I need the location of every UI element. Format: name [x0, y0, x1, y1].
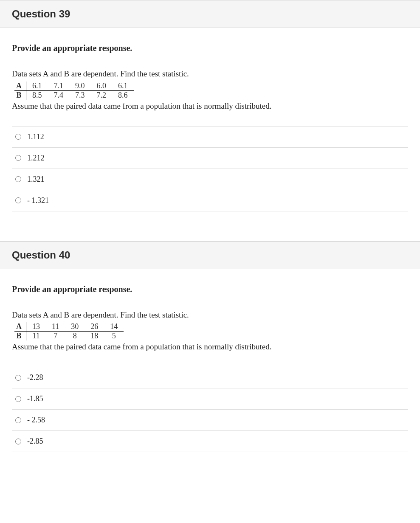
- cell: 26: [85, 322, 104, 332]
- radio-input[interactable]: [15, 439, 21, 444]
- cell: 8.6: [112, 90, 134, 100]
- data-table: A 13 11 30 26 14 B 11 7 8 18 5: [14, 322, 124, 340]
- radio-input[interactable]: [15, 155, 21, 161]
- cell: 11: [26, 332, 46, 341]
- radio-input[interactable]: [15, 197, 21, 203]
- answer-option[interactable]: 1.321: [12, 169, 408, 190]
- cell: 14: [104, 322, 124, 332]
- option-label: -2.28: [27, 373, 43, 382]
- cell: 8: [65, 332, 85, 341]
- radio-input[interactable]: [15, 134, 21, 140]
- radio-input[interactable]: [15, 375, 21, 381]
- prompt-text: Data sets A and B are dependent. Find th…: [12, 309, 408, 321]
- table-row-b: B 11 7 8 18 5: [14, 332, 124, 341]
- option-label: 1.212: [27, 154, 45, 163]
- cell: 7.1: [48, 82, 70, 91]
- assumption-text: Assume that the paired data came from a …: [12, 101, 408, 111]
- table-row-a: A 13 11 30 26 14: [14, 322, 124, 332]
- question-title: Question 40: [12, 249, 408, 261]
- assumption-text: Assume that the paired data came from a …: [12, 342, 408, 351]
- radio-input[interactable]: [15, 396, 21, 402]
- cell: 6.1: [112, 82, 134, 91]
- cell: 13: [26, 322, 46, 332]
- radio-input[interactable]: [15, 176, 21, 182]
- option-label: -2.85: [27, 437, 43, 446]
- answer-option[interactable]: 1.212: [12, 147, 408, 169]
- answer-option[interactable]: 1.112: [12, 126, 408, 147]
- question-header: Question 40: [0, 241, 420, 269]
- radio-input[interactable]: [15, 417, 21, 423]
- option-label: -1.85: [27, 394, 43, 403]
- cell: 6.1: [26, 82, 48, 91]
- data-table: A 6.1 7.1 9.0 6.0 6.1 B 8.5 7.4 7.3 7.2 …: [14, 82, 134, 100]
- cell: 7: [46, 332, 65, 341]
- answer-option[interactable]: - 2.58: [12, 409, 408, 430]
- cell: 7.3: [69, 90, 91, 100]
- cell: 7.4: [48, 90, 70, 100]
- instruction-text: Provide an appropriate response.: [12, 43, 408, 53]
- cell: 30: [65, 322, 85, 332]
- table-row-b: B 8.5 7.4 7.3 7.2 8.6: [14, 90, 134, 100]
- answer-option[interactable]: - 1.321: [12, 190, 408, 211]
- cell: 8.5: [26, 90, 48, 100]
- option-label: 1.112: [27, 132, 44, 141]
- cell: 7.2: [91, 90, 113, 100]
- question-39: Question 39 Provide an appropriate respo…: [0, 0, 420, 216]
- option-label: - 2.58: [27, 416, 45, 425]
- prompt-text: Data sets A and B are dependent. Find th…: [12, 68, 408, 80]
- question-header: Question 39: [0, 0, 420, 28]
- question-title: Question 39: [12, 8, 408, 20]
- question-body: Provide an appropriate response. Data se…: [0, 28, 420, 216]
- cell: 6.0: [91, 82, 113, 91]
- row-label-b: B: [14, 90, 26, 100]
- option-label: 1.321: [27, 175, 45, 184]
- cell: 11: [46, 322, 65, 332]
- question-body: Provide an appropriate response. Data se…: [0, 269, 420, 457]
- row-label-a: A: [14, 82, 26, 91]
- answer-options: -2.28 -1.85 - 2.58 -2.85: [12, 367, 408, 452]
- answer-option[interactable]: -2.28: [12, 367, 408, 388]
- cell: 18: [85, 332, 104, 341]
- table-row-a: A 6.1 7.1 9.0 6.0 6.1: [14, 82, 134, 91]
- row-label-b: B: [14, 332, 26, 341]
- instruction-text: Provide an appropriate response.: [12, 284, 408, 294]
- answer-option[interactable]: -2.85: [12, 430, 408, 452]
- row-label-a: A: [14, 322, 26, 332]
- cell: 9.0: [69, 82, 91, 91]
- question-40: Question 40 Provide an appropriate respo…: [0, 241, 420, 457]
- option-label: - 1.321: [27, 196, 49, 205]
- answer-option[interactable]: -1.85: [12, 388, 408, 409]
- answer-options: 1.112 1.212 1.321 - 1.321: [12, 126, 408, 211]
- cell: 5: [104, 332, 124, 341]
